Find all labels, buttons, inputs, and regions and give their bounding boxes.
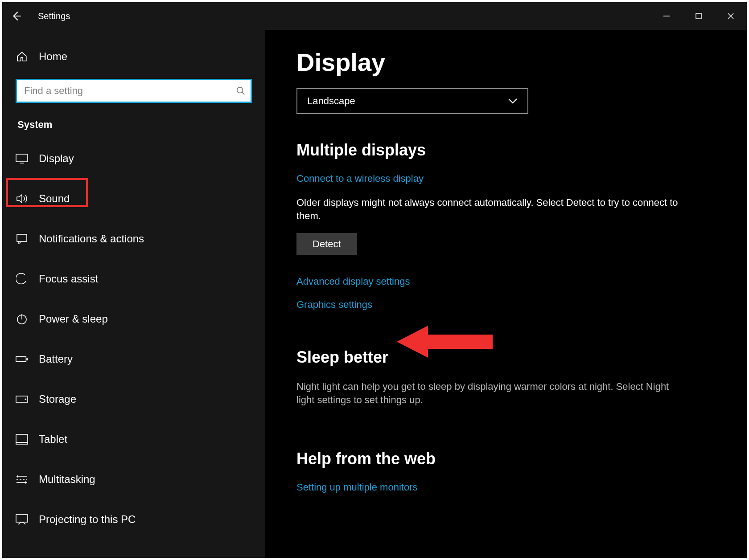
dropdown-value: Landscape xyxy=(307,95,355,107)
detect-button[interactable]: Detect xyxy=(296,233,357,255)
svg-rect-3 xyxy=(696,13,701,19)
sidebar-item-label: Display xyxy=(39,152,74,165)
sidebar: Home System Display Sound Notifications xyxy=(2,30,265,558)
svg-rect-8 xyxy=(16,154,28,162)
svg-rect-24 xyxy=(16,515,28,522)
sidebar-item-display[interactable]: Display xyxy=(2,139,265,179)
notifications-icon xyxy=(16,233,28,245)
window-title: Settings xyxy=(30,11,70,21)
sidebar-item-tablet[interactable]: Tablet xyxy=(2,419,265,459)
maximize-button[interactable] xyxy=(683,5,715,27)
sidebar-item-label: Notifications & actions xyxy=(39,233,144,245)
multiple-displays-heading: Multiple displays xyxy=(296,141,729,159)
page-title: Display xyxy=(296,48,729,77)
sidebar-item-notifications[interactable]: Notifications & actions xyxy=(2,219,265,259)
orientation-dropdown[interactable]: Landscape xyxy=(296,88,528,114)
sidebar-item-multitasking[interactable]: Multitasking xyxy=(2,459,265,499)
svg-point-6 xyxy=(237,87,243,93)
sidebar-section-heading: System xyxy=(2,114,265,139)
main-content: Display Landscape Multiple displays Conn… xyxy=(265,30,747,558)
svg-rect-14 xyxy=(26,358,28,360)
sidebar-item-focus-assist[interactable]: Focus assist xyxy=(2,259,265,299)
sleep-better-heading: Sleep better xyxy=(296,348,729,367)
multitasking-icon xyxy=(16,473,28,486)
sidebar-item-power-sleep[interactable]: Power & sleep xyxy=(2,299,265,339)
svg-rect-13 xyxy=(16,356,26,361)
sidebar-item-label: Power & sleep xyxy=(39,313,108,325)
sidebar-item-label: Projecting to this PC xyxy=(39,513,136,526)
power-icon xyxy=(16,313,28,325)
sidebar-item-label: Tablet xyxy=(39,433,67,446)
chevron-down-icon xyxy=(508,98,518,104)
home-link[interactable]: Home xyxy=(2,43,265,70)
sidebar-item-label: Battery xyxy=(39,353,73,365)
annotation-highlight-display xyxy=(6,178,88,207)
search-icon xyxy=(236,86,246,96)
battery-icon xyxy=(16,353,28,365)
search-box[interactable] xyxy=(16,79,252,103)
detect-hint-text: Older displays might not always connect … xyxy=(296,196,689,222)
svg-rect-10 xyxy=(17,234,27,241)
svg-point-16 xyxy=(25,398,26,400)
home-label: Home xyxy=(39,50,67,63)
svg-rect-18 xyxy=(16,442,28,444)
connect-wireless-display-link[interactable]: Connect to a wireless display xyxy=(296,173,729,184)
advanced-display-settings-link[interactable]: Advanced display settings xyxy=(296,276,729,287)
titlebar: Settings xyxy=(2,2,747,30)
graphics-settings-link[interactable]: Graphics settings xyxy=(296,299,729,311)
window-controls xyxy=(650,5,747,27)
minimize-button[interactable] xyxy=(650,5,683,27)
svg-rect-17 xyxy=(16,434,28,442)
annotation-arrow xyxy=(397,323,493,360)
sidebar-item-projecting[interactable]: Projecting to this PC xyxy=(2,499,265,540)
search-input[interactable] xyxy=(16,79,252,103)
help-from-web-heading: Help from the web xyxy=(296,450,729,468)
help-link-multiple-monitors[interactable]: Setting up multiple monitors xyxy=(296,482,729,493)
close-button[interactable] xyxy=(715,5,747,27)
tablet-icon xyxy=(16,433,28,446)
svg-line-7 xyxy=(242,92,245,95)
sidebar-item-label: Storage xyxy=(39,393,76,405)
back-button[interactable] xyxy=(2,2,30,30)
focus-assist-icon xyxy=(16,273,28,285)
home-icon xyxy=(16,50,28,63)
projecting-icon xyxy=(16,513,28,526)
storage-icon xyxy=(16,393,28,405)
sidebar-item-label: Focus assist xyxy=(39,273,98,285)
sidebar-item-label: Multitasking xyxy=(39,473,95,486)
display-icon xyxy=(16,152,28,165)
sleep-better-text: Night light can help you get to sleep by… xyxy=(296,380,689,406)
sidebar-item-battery[interactable]: Battery xyxy=(2,339,265,379)
sidebar-item-storage[interactable]: Storage xyxy=(2,379,265,419)
svg-marker-0 xyxy=(397,326,493,358)
